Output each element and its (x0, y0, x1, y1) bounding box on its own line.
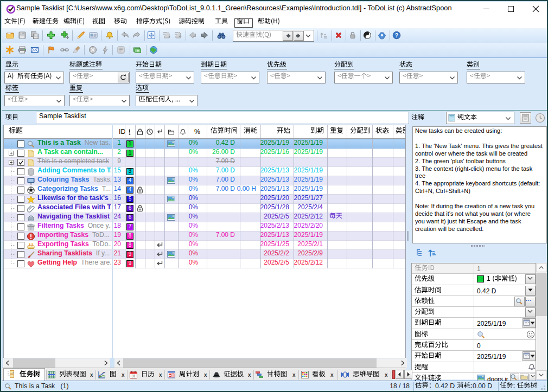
svg-text:?: ? (395, 32, 398, 38)
svg-text:31: 31 (131, 374, 136, 378)
